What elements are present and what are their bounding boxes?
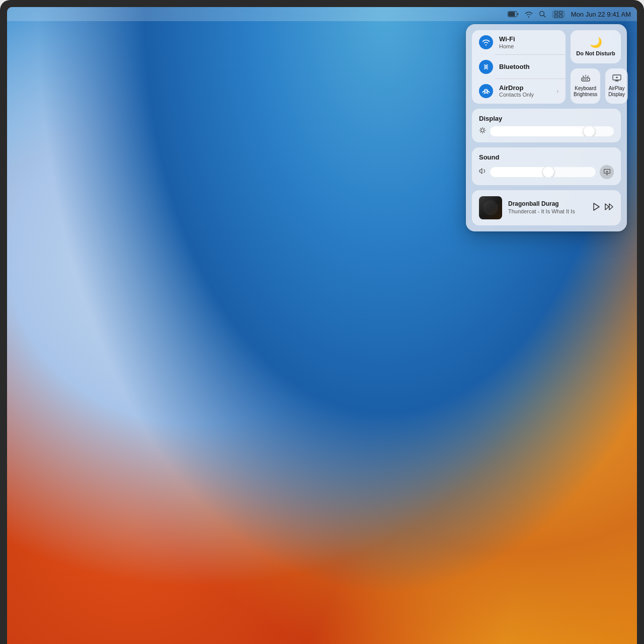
svg-rect-3: [554, 11, 557, 14]
airdrop-name: AirDrop: [499, 84, 551, 92]
dnd-label: Do Not Disturb: [576, 50, 615, 57]
volume-slider-container: [479, 165, 614, 179]
svg-rect-9: [583, 79, 584, 80]
dnd-panel[interactable]: 🌙 Do Not Disturb: [571, 30, 621, 63]
bluetooth-text: Bluetooth: [499, 63, 558, 71]
control-center-panel: Wi-Fi Home Bluetooth: [466, 24, 627, 231]
dnd-icon: 🌙: [590, 36, 602, 48]
menubar-right: Mon Jun 22 9:41 AM: [508, 10, 631, 19]
svg-rect-11: [587, 79, 588, 80]
volume-slider[interactable]: [490, 167, 596, 177]
brightness-slider-container: [479, 126, 614, 136]
menubar: Mon Jun 22 9:41 AM: [7, 7, 637, 21]
sound-title: Sound: [479, 153, 614, 161]
sound-airplay-button[interactable]: [600, 165, 614, 179]
bluetooth-name: Bluetooth: [499, 63, 558, 71]
screen: Mon Jun 22 9:41 AM Wi-Fi: [7, 7, 637, 644]
display-panel: Display: [472, 109, 621, 142]
song-artist: Thundercat - It Is What It Is: [508, 208, 587, 215]
svg-point-13: [481, 129, 484, 132]
airplay-display-button[interactable]: AirPlay Display: [605, 68, 628, 104]
play-button[interactable]: [593, 203, 600, 213]
song-title: Dragonball Durag: [508, 200, 587, 208]
brightness-slider[interactable]: [490, 126, 614, 136]
battery-icon[interactable]: [508, 11, 519, 17]
skip-button[interactable]: [605, 203, 614, 212]
wifi-text: Wi-Fi Home: [499, 35, 558, 50]
airdrop-sub: Contacts Only: [499, 92, 551, 98]
album-art: [479, 196, 502, 219]
wifi-icon: [479, 35, 493, 49]
airplay-display-label: AirPlay Display: [608, 86, 625, 98]
control-center-menubar-icon[interactable]: [552, 10, 565, 19]
song-info: Dragonball Durag Thundercat - It Is What…: [508, 200, 587, 215]
menubar-datetime: Mon Jun 22 9:41 AM: [571, 11, 631, 18]
small-buttons: Keyboard Brightness AirPlay Display: [571, 68, 621, 104]
svg-rect-4: [554, 15, 557, 17]
svg-rect-1: [508, 12, 515, 17]
bluetooth-item[interactable]: Bluetooth: [472, 55, 566, 79]
wifi-sub: Home: [499, 43, 558, 50]
connectivity-panel: Wi-Fi Home Bluetooth: [472, 30, 566, 104]
wifi-menubar-icon[interactable]: [525, 11, 533, 18]
bluetooth-icon: [479, 60, 493, 74]
airdrop-icon: [479, 84, 493, 98]
svg-rect-10: [585, 79, 586, 80]
keyboard-brightness-label: Keyboard Brightness: [574, 86, 597, 98]
keyboard-brightness-icon: [581, 74, 590, 84]
display-title: Display: [479, 115, 614, 122]
svg-rect-5: [559, 11, 562, 14]
wifi-item[interactable]: Wi-Fi Home: [472, 30, 566, 55]
airdrop-item[interactable]: AirDrop Contacts Only ›: [472, 79, 566, 104]
now-playing-panel: Dragonball Durag Thundercat - It Is What…: [472, 190, 621, 225]
airplay-display-icon: [612, 74, 621, 84]
airdrop-chevron-icon: ›: [557, 89, 558, 94]
top-section: Wi-Fi Home Bluetooth: [472, 30, 621, 104]
playback-controls: [593, 203, 614, 213]
right-column: 🌙 Do Not Disturb: [571, 30, 621, 104]
volume-icon: [479, 168, 486, 176]
keyboard-brightness-button[interactable]: Keyboard Brightness: [571, 68, 600, 104]
airdrop-text: AirDrop Contacts Only: [499, 84, 551, 99]
sound-panel: Sound: [472, 147, 621, 185]
search-menubar-icon[interactable]: [539, 11, 546, 18]
brightness-icon: [479, 127, 486, 135]
wifi-name: Wi-Fi: [499, 35, 558, 43]
svg-rect-6: [559, 15, 562, 17]
